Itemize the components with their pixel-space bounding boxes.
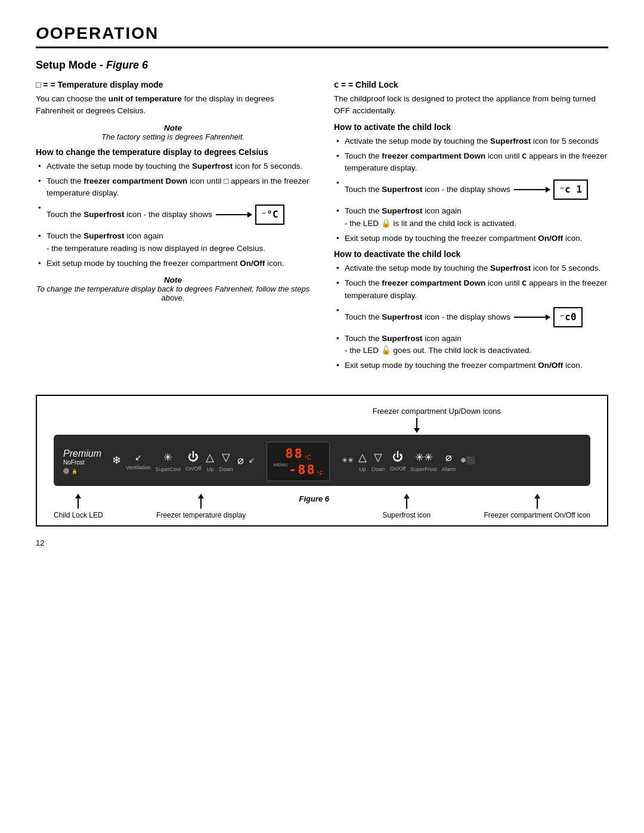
page-title: OOperation — [36, 24, 608, 48]
child-lock-arrow — [78, 494, 79, 509]
celsius-reading-note: - the temperature reading is now display… — [47, 243, 310, 255]
display-menu-label: MENU — [273, 462, 287, 467]
activate-display-label: - the display shows — [442, 184, 510, 196]
deactivate-display-row: - the display shows ⁻c0 — [442, 307, 583, 327]
main-content: □ = = Temperature display mode You can c… — [36, 80, 608, 377]
icon-onoff-right: ⏻ On/Off — [390, 451, 405, 472]
celsius-display-label: - the display shows — [144, 209, 212, 221]
activate-steps-list: Activate the setup mode by touching the … — [334, 135, 608, 245]
deactivate-lcd: ⁻c0 — [553, 307, 583, 327]
anno-child-lock: Child Lock LED — [54, 494, 103, 519]
left-icons-group: ❄ ↙ Ventilation ✳ SuperCool ⏻ On/Off △ U… — [112, 451, 255, 472]
icon-superfrost-right: ✳✳ SuperFrost — [410, 451, 437, 472]
right-column: ᴄ = = Child Lock The childproof lock is … — [334, 80, 608, 377]
celsius-display-row: - the display shows ⁻°C — [144, 205, 284, 225]
icon-star-pair: ✳✳ — [342, 456, 354, 467]
icon-freeze-box: ❄⬛ — [460, 456, 475, 467]
page-number: 12 — [36, 538, 608, 547]
celsius-step-3: Touch the Superfrost icon - the display … — [36, 202, 310, 227]
nofrost-text: NoFrost — [63, 459, 85, 466]
top-annotation-arrow — [416, 418, 417, 432]
arrow-line-2 — [514, 189, 550, 190]
deactivate-display-label: - the display shows — [442, 311, 510, 323]
display-top-value: 88 — [285, 446, 304, 461]
icon-down-left: ▽ Down — [219, 451, 233, 472]
deactivate-step-2: Touch the freezer compartment Down icon … — [334, 277, 608, 302]
activate-step-2: Touch the freezer compartment Down icon … — [334, 150, 608, 175]
note-text-1: The factory setting is degrees Fahrenhei… — [36, 132, 310, 141]
premium-text: Premium — [63, 448, 101, 459]
figure-bottom-annotations: Child Lock LED Freezer temperature displ… — [48, 494, 596, 519]
activate-display-row: - the display shows ⁻c 1 — [442, 179, 588, 200]
anno-onoff: Freezer compartment On/Off icon — [484, 494, 590, 519]
note-block-1: Note The factory setting is degrees Fahr… — [36, 123, 310, 141]
activate-step-5: Exit setup mode by touching the freezer … — [334, 233, 608, 244]
activate-step-4: Touch the Superfrost icon again - the LE… — [334, 205, 608, 230]
child-lock-led-indicator — [63, 468, 69, 474]
superfrost-label: Superfrost icon — [382, 511, 431, 519]
figure-caption: Figure 6 — [299, 494, 329, 503]
child-lock-intro: The childproof lock is designed to prote… — [334, 93, 608, 117]
premium-label: Premium NoFrost — [63, 448, 101, 466]
note-text-2: To change the temperature display back t… — [36, 284, 310, 302]
celsius-step-5: Exit setup mode by touching the freezer … — [36, 258, 310, 270]
superfrost-arrow — [406, 494, 407, 509]
activate-step-3: Touch the Superfrost icon - the display … — [334, 177, 608, 202]
icon-ventilation: ↙ Ventilation — [126, 453, 151, 470]
child-lock-heading: ᴄ = = Child Lock — [334, 80, 608, 89]
activate-step-1: Activate the setup mode by touching the … — [334, 135, 608, 147]
anno-superfrost: Superfrost icon — [382, 494, 431, 519]
title-o: O — [36, 24, 50, 42]
note-label-1: Note — [36, 123, 310, 132]
deactivate-step-1: Activate the setup mode by touching the … — [334, 262, 608, 274]
icon-down-right: ▽ Down — [371, 451, 385, 472]
activate-heading: How to activate the child lock — [334, 122, 608, 132]
anno-freezer-temp: Freezer temperature display — [156, 494, 246, 519]
arrow-line-3 — [514, 317, 550, 318]
deactivate-heading: How to deactivate the child lock — [334, 249, 608, 259]
display-bottom-value: -88 — [289, 462, 316, 477]
icon-up-right: △ Up — [358, 451, 367, 472]
arrow-line-1 — [216, 214, 252, 215]
lock-icon-panel: 🔒 — [72, 469, 78, 474]
celsius-steps-list: Activate the setup mode by touching the … — [36, 160, 310, 270]
left-column: □ = = Temperature display mode You can c… — [36, 80, 310, 377]
section-title: Setup Mode - Figure 6 — [36, 59, 608, 72]
celsius-step-4: Touch the Superfrost icon again - the te… — [36, 230, 310, 255]
icon-up-left: △ Up — [206, 451, 214, 472]
deactivate-step-5: Exit setup mode by touching the freezer … — [334, 360, 608, 371]
note-label-2: Note — [36, 275, 310, 284]
top-annotation-label: Freezer compartment Up/Down icons — [373, 407, 501, 416]
deactivate-step-4: Touch the Superfrost icon again - the LE… — [334, 333, 608, 357]
child-lock-label: Child Lock LED — [54, 511, 103, 519]
icon-snowflake: ❄ — [112, 454, 121, 469]
display-unit-top: °C — [305, 454, 311, 461]
celsius-step-1: Activate the setup mode by touching the … — [36, 160, 310, 172]
onoff-label: Freezer compartment On/Off icon — [484, 511, 590, 519]
activate-led-note: - the LED 🔒 is lit and the child lock is… — [345, 218, 608, 230]
celsius-heading: How to change the temperature display to… — [36, 147, 310, 157]
display-unit-bottom: °F — [317, 470, 323, 477]
onoff-arrow — [537, 494, 538, 509]
deactivate-steps-list: Activate the setup mode by touching the … — [334, 262, 608, 372]
note-block-2: Note To change the temperature display b… — [36, 275, 310, 302]
freezer-temp-label: Freezer temperature display — [156, 511, 246, 519]
control-panel: Premium NoFrost 🔒 ❄ ↙ Ventilation ✳ Supe… — [54, 435, 590, 486]
deactivate-led-note: - the LED 🔓 goes out. The child lock is … — [345, 345, 608, 357]
icon-onoff-left: ⏻ On/Off — [185, 451, 201, 472]
right-icons-group: ✳✳ △ Up ▽ Down ⏻ On/Off ✳✳ SuperFrost ⌀ … — [342, 451, 475, 472]
celsius-step-2: Touch the freezer compartment Down icon … — [36, 175, 310, 200]
icon-alarm-right: ⌀ Alarm — [442, 451, 456, 472]
deactivate-step-3: Touch the Superfrost icon - the display … — [334, 305, 608, 330]
celsius-lcd: ⁻°C — [255, 205, 284, 225]
icon-supercool: ✳ SuperCool — [156, 451, 181, 472]
temp-mode-heading: □ = = Temperature display mode — [36, 80, 310, 89]
figure-section: Freezer compartment Up/Down icons Premiu… — [36, 395, 608, 527]
freezer-temp-arrow — [200, 494, 202, 509]
temp-mode-intro: You can choose the unit of temperature f… — [36, 93, 310, 117]
activate-lcd: ⁻c 1 — [553, 179, 589, 200]
center-display: 88 °C MENU -88 °F — [267, 442, 329, 481]
icon-slash-left: ⌀ — [237, 454, 244, 469]
icon-diag-left: ↙ — [249, 456, 255, 467]
